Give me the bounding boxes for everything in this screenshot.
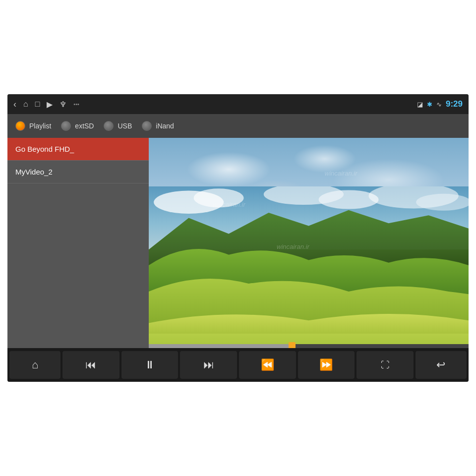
source-tabs: Playlist extSD USB iNand <box>7 114 469 138</box>
tab-usb[interactable]: USB <box>104 121 132 131</box>
landscape-svg <box>149 186 469 344</box>
camera-nav-icon[interactable]: ▶ <box>47 100 53 109</box>
svg-rect-7 <box>149 334 469 344</box>
control-bar: ⌂ ⏮ ⏸ ⏭ ⏪ ⏩ ⛶ ↩ <box>7 348 469 382</box>
video-background <box>149 138 469 348</box>
svg-point-4 <box>319 190 379 209</box>
video-thumbnail: wincairan.ir wincairan.ir wincairan.ir <box>149 138 469 348</box>
video-area[interactable]: wincairan.ir wincairan.ir wincairan.ir <box>149 138 469 348</box>
back-nav-icon[interactable]: ‹ <box>13 99 16 110</box>
tab-label-extsd: extSD <box>75 122 94 130</box>
svg-point-6 <box>416 194 469 211</box>
progress-fill <box>149 344 293 348</box>
tab-dot-extsd <box>61 121 71 131</box>
tab-label-inand: iNand <box>156 122 174 130</box>
wifi-icon: ∿ <box>436 101 442 108</box>
bluetooth-icon: ✱ <box>427 101 432 108</box>
next-button[interactable]: ⏭ <box>180 351 237 379</box>
playlist-panel: Go Beyond FHD_ MyVideo_2 <box>7 138 149 348</box>
pause-button[interactable]: ⏸ <box>121 351 178 379</box>
middle-area: Go Beyond FHD_ MyVideo_2 <box>7 138 469 348</box>
rewind-button[interactable]: ⏪ <box>239 351 296 379</box>
device-frame: ‹ ⌂ □ ▶ ♆ ••• ◪ ✱ ∿ 9:29 Playlist extSD <box>7 94 469 382</box>
tab-label-usb: USB <box>118 122 132 130</box>
status-bar-left: ‹ ⌂ □ ▶ ♆ ••• <box>13 99 79 110</box>
status-bar: ‹ ⌂ □ ▶ ♆ ••• ◪ ✱ ∿ 9:29 <box>7 94 469 114</box>
progress-thumb[interactable] <box>289 342 296 348</box>
fullscreen-button[interactable]: ⛶ <box>357 351 414 379</box>
status-bar-right: ◪ ✱ ∿ 9:29 <box>417 99 463 109</box>
main-content: Playlist extSD USB iNand Go Beyond FHD_ <box>7 114 469 382</box>
status-time: 9:29 <box>446 99 463 109</box>
tab-label-playlist: Playlist <box>29 122 51 130</box>
tab-dot-inand <box>142 121 152 131</box>
bag-nav-icon[interactable]: ♆ <box>60 100 66 109</box>
cast-icon: ◪ <box>417 101 423 108</box>
home-nav-icon[interactable]: ⌂ <box>23 100 28 109</box>
tab-inand[interactable]: iNand <box>142 121 174 131</box>
recents-nav-icon[interactable]: □ <box>35 100 40 109</box>
tab-dot-usb <box>104 121 114 131</box>
tab-dot-playlist <box>15 121 25 131</box>
forward-button[interactable]: ⏩ <box>298 351 355 379</box>
prev-button[interactable]: ⏮ <box>62 351 119 379</box>
more-icon: ••• <box>73 101 79 107</box>
tab-extsd[interactable]: extSD <box>61 121 94 131</box>
video-progress-bar[interactable] <box>149 344 469 348</box>
playlist-item-2[interactable]: MyVideo_2 <box>7 161 149 183</box>
tab-playlist[interactable]: Playlist <box>15 121 51 131</box>
back-button[interactable]: ↩ <box>416 351 467 379</box>
playlist-item-1[interactable]: Go Beyond FHD_ <box>7 138 149 161</box>
home-button[interactable]: ⌂ <box>9 351 60 379</box>
svg-point-2 <box>194 188 244 207</box>
